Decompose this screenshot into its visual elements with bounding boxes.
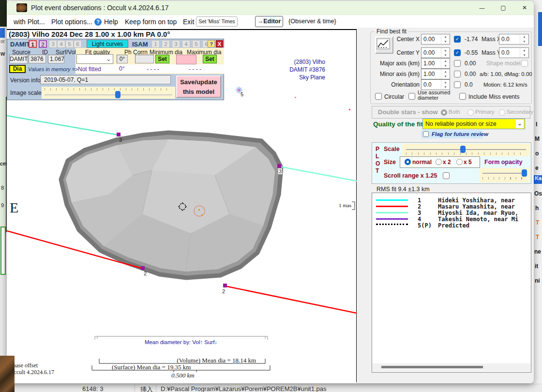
max-dia-field[interactable] bbox=[176, 55, 196, 64]
dia-button[interactable]: Dia bbox=[9, 65, 26, 73]
center-y-lock-checkbox[interactable] bbox=[454, 49, 461, 56]
damit-tab-3[interactable]: 3 bbox=[49, 40, 57, 48]
damit-tab-1[interactable]: 1 bbox=[29, 40, 37, 48]
plot-area[interactable]: (2803) Vilho 2024 Dec 28 1.00 x 1.00 km … bbox=[7, 29, 357, 382]
damit-tab-6[interactable]: 6 bbox=[74, 40, 82, 48]
minor-axis-spinner[interactable]: 1.00 bbox=[421, 69, 450, 79]
major-axis-label: Major axis (km) bbox=[374, 60, 420, 67]
size-normal-radio[interactable] bbox=[405, 159, 411, 165]
center-y-spinner[interactable]: 0.00 bbox=[421, 47, 450, 58]
close-button[interactable] bbox=[514, 1, 534, 15]
spinner-up-icon[interactable] bbox=[441, 69, 450, 74]
max-dia-set-button[interactable]: Set bbox=[203, 55, 217, 63]
fit-quality-dropdown[interactable] bbox=[76, 54, 113, 64]
image-scale-slider[interactable] bbox=[42, 87, 175, 99]
circular-checkbox[interactable] bbox=[375, 93, 382, 100]
flag-review-checkbox[interactable] bbox=[423, 131, 429, 137]
scroll-range-checkbox[interactable] bbox=[443, 172, 450, 179]
set-miss-times-button[interactable]: Set 'Miss' Times bbox=[196, 16, 238, 27]
panel-help-button[interactable]: ? bbox=[208, 40, 215, 47]
center-x-lock-checkbox[interactable] bbox=[454, 36, 461, 43]
spinner-up-icon[interactable] bbox=[520, 34, 528, 39]
center-x-spinner[interactable]: 0.00 bbox=[421, 34, 450, 45]
damit-tab-4[interactable]: 4 bbox=[57, 40, 65, 48]
title-bar[interactable]: Plot event observations : Occult v.4.202… bbox=[7, 1, 534, 15]
desktop-wallpaper-corner bbox=[0, 356, 15, 392]
spinner-up-icon[interactable] bbox=[441, 80, 450, 85]
isam-tab-5[interactable]: 5 bbox=[192, 40, 200, 48]
double-stars-primary-radio[interactable] bbox=[467, 109, 474, 116]
quality-combobox[interactable]: No reliable position or size bbox=[422, 119, 525, 129]
isam-tab-2[interactable]: 2 bbox=[162, 40, 170, 48]
list-item[interactable]: 2 Masaru Yamashita, near bbox=[372, 203, 530, 210]
spinner-down-icon[interactable] bbox=[520, 39, 528, 44]
right-bg-fragment: h bbox=[535, 205, 539, 211]
menu-exit[interactable]: Exit bbox=[183, 18, 194, 26]
spinner-down-icon[interactable] bbox=[441, 85, 450, 90]
major-axis-spinner[interactable]: 1.00 bbox=[421, 58, 450, 69]
major-axis-lock-checkbox[interactable] bbox=[454, 60, 461, 67]
min-dia-set-button[interactable]: Set bbox=[155, 55, 169, 63]
shape-model-checkbox[interactable] bbox=[521, 60, 528, 67]
plot-scale-slider-thumb[interactable] bbox=[460, 146, 466, 153]
orientation-spinner[interactable]: 0.0 bbox=[421, 79, 450, 90]
size-x2-radio[interactable] bbox=[436, 159, 442, 165]
spinner-down-icon[interactable] bbox=[441, 63, 450, 68]
shape-model-panel: DAMIT 1 2 3 4 5 6 Light curves ISAM 1 2 … bbox=[7, 39, 224, 100]
flag-review-label: Flag for future review bbox=[432, 131, 488, 137]
minimize-button[interactable] bbox=[471, 1, 493, 15]
values-in-memory-note: Values in memory => bbox=[28, 66, 78, 72]
scrollbar-thumb[interactable] bbox=[381, 366, 483, 368]
double-stars-both-radio[interactable] bbox=[441, 109, 447, 116]
list-item[interactable]: 1 Hideki Yoshihara, near bbox=[372, 197, 530, 203]
list-item[interactable]: 3 Miyoshi Ida, near Ryuo, bbox=[372, 210, 530, 216]
maximize-button[interactable] bbox=[493, 1, 514, 15]
mass-y-spinner[interactable]: 0.0 bbox=[499, 47, 529, 58]
spinner-down-icon[interactable] bbox=[441, 74, 450, 79]
list-item[interactable]: 4 Takeshi Nemoto, near Mi bbox=[372, 216, 530, 222]
double-stars-title: Double stars - show bbox=[378, 108, 438, 116]
form-opacity-slider[interactable] bbox=[480, 168, 530, 182]
damit-tab-5[interactable]: 5 bbox=[65, 40, 74, 48]
right-bg-selected-row: Ka bbox=[534, 175, 542, 184]
form-opacity-label: Form opacity bbox=[484, 159, 523, 166]
panel-close-button[interactable]: X bbox=[216, 40, 223, 47]
right-bg-fragment: ni bbox=[535, 277, 540, 284]
damit-tab-2[interactable]: 2 bbox=[39, 40, 47, 48]
ph-corrn-memory: 0° bbox=[119, 65, 124, 72]
save-update-button[interactable]: Save/update this model bbox=[176, 75, 221, 98]
horizontal-scrollbar[interactable] bbox=[373, 363, 530, 372]
min-dia-field[interactable] bbox=[135, 55, 154, 63]
menu-plot-options[interactable]: Plot options... bbox=[51, 18, 92, 26]
spinner-up-icon[interactable] bbox=[520, 48, 528, 53]
observations-listbox[interactable]: 1 Hideki Yoshihara, near 2 Masaru Yamash… bbox=[372, 193, 531, 373]
isam-tab-3[interactable]: 3 bbox=[172, 40, 180, 48]
plot-scale-slider[interactable] bbox=[402, 144, 530, 156]
spinner-down-icon[interactable] bbox=[441, 53, 450, 58]
isam-tab-4[interactable]: 4 bbox=[182, 40, 190, 48]
spinner-up-icon[interactable] bbox=[441, 34, 450, 39]
image-scale-slider-thumb[interactable] bbox=[115, 91, 120, 98]
orientation-lock-checkbox[interactable] bbox=[454, 81, 461, 88]
include-miss-events-checkbox[interactable] bbox=[459, 93, 466, 100]
double-stars-secondary-radio[interactable] bbox=[499, 109, 505, 116]
menu-keep-form-on-top[interactable]: Keep form on top bbox=[125, 18, 177, 26]
menu-with-plot[interactable]: with Plot... bbox=[14, 18, 45, 26]
list-item[interactable]: 5(P) Predicted bbox=[372, 222, 530, 228]
spinner-up-icon[interactable] bbox=[441, 59, 450, 63]
size-x5-radio[interactable] bbox=[456, 159, 463, 165]
minor-axis-lock-checkbox[interactable] bbox=[454, 71, 461, 77]
use-assumed-diameter-checkbox[interactable] bbox=[408, 93, 415, 100]
form-opacity-slider-thumb[interactable] bbox=[522, 169, 527, 177]
statusbar-divider bbox=[156, 385, 156, 392]
spinner-down-icon[interactable] bbox=[520, 53, 528, 58]
center-x-value: 0.00 bbox=[422, 34, 441, 44]
spinner-up-icon[interactable] bbox=[441, 48, 450, 53]
mass-x-spinner[interactable]: 0.0 bbox=[499, 34, 529, 45]
isam-tab-1[interactable]: 1 bbox=[151, 40, 160, 48]
spinner-down-icon[interactable] bbox=[441, 39, 450, 44]
light-curves-button[interactable]: Light curves bbox=[87, 40, 128, 48]
menu-help[interactable]: Help bbox=[104, 18, 118, 26]
window-title: Plot event observations : Occult v.4.202… bbox=[31, 4, 169, 12]
editor-button[interactable]: →Editor bbox=[255, 16, 283, 27]
